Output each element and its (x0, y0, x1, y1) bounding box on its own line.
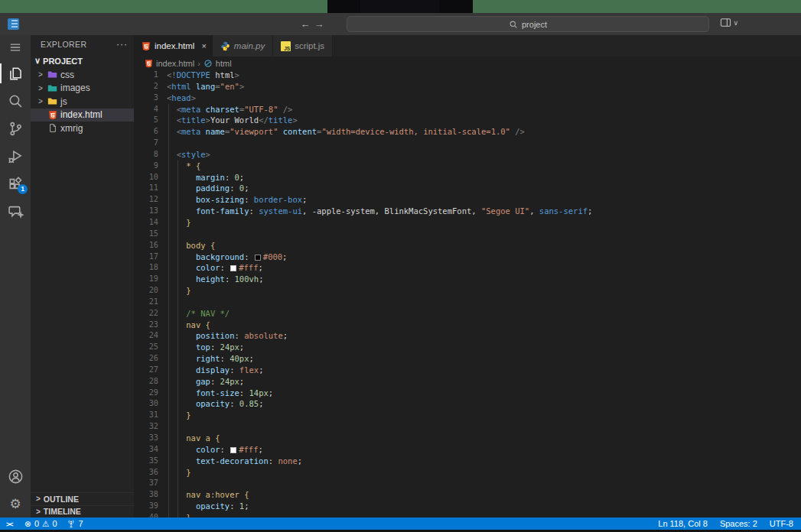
tree-root-project[interactable]: ∨ PROJECT (31, 54, 134, 68)
code-line[interactable]: 15 (134, 229, 801, 240)
explorer-button[interactable] (0, 60, 31, 87)
code-line[interactable]: 32 (134, 421, 801, 433)
encoding[interactable]: UTF-8 (770, 519, 793, 528)
extensions-badge: 1 (18, 184, 28, 194)
code-line[interactable]: 27 display: flex; (134, 365, 801, 376)
code-line[interactable]: 23 nav { (134, 320, 801, 331)
source-control-button[interactable] (0, 115, 31, 142)
code-line[interactable]: 26 right: 40px; (134, 353, 801, 365)
code-line[interactable]: 33 nav a { (134, 433, 801, 444)
code-line[interactable]: 22 /* NAV */ (134, 308, 801, 320)
extensions-button[interactable]: 1 (0, 170, 31, 197)
tree-item-images[interactable]: > images (31, 82, 134, 96)
code-line[interactable]: 10 margin: 0; (134, 172, 801, 183)
settings-button[interactable]: ⚙ (0, 490, 31, 517)
code-line[interactable]: 7 (134, 138, 801, 149)
code-text: margin: 0; (167, 172, 244, 183)
chat-button[interactable] (0, 197, 31, 225)
code-line[interactable]: 35 text-decoration: none; (134, 456, 801, 467)
code-text: position: absolute; (167, 330, 288, 342)
code-line[interactable]: 6 <meta name="viewport" content="width=d… (134, 126, 801, 138)
gear-icon: ⚙ (9, 498, 21, 511)
tab-main-py[interactable]: main.py (213, 35, 273, 57)
line-number: 9 (134, 161, 158, 172)
tab-label: script.js (295, 41, 324, 50)
outline-panel-header[interactable]: > OUTLINE (31, 492, 134, 505)
screen: { "colors": { "desktop_strip": "#46714e"… (0, 0, 801, 532)
menu-button[interactable] (0, 35, 31, 60)
code-line[interactable]: 13 font-family: system-ui, -apple-system… (134, 206, 801, 217)
code-line[interactable]: 20 } (134, 285, 801, 297)
breadcrumb-symbol[interactable]: html (216, 59, 232, 68)
cursor-position[interactable]: Ln 118, Col 8 (658, 519, 708, 528)
code-line[interactable]: 2<html lang="en"> (134, 81, 801, 92)
color-swatch[interactable] (230, 265, 236, 271)
code-line[interactable]: 4 <meta charset="UTF-8" /> (134, 104, 801, 115)
tree-item-css[interactable]: > css (31, 68, 134, 82)
code-line[interactable]: 3<head> (134, 92, 801, 104)
line-number: 13 (134, 206, 158, 217)
timeline-panel-header[interactable]: > TIMELINE (31, 505, 134, 518)
explorer-sidebar: EXPLORER ··· ∨ PROJECT > css > images > … (31, 35, 134, 517)
tab-script-js[interactable]: JS script.js (273, 35, 333, 57)
run-debug-button[interactable] (0, 142, 31, 170)
ports-button[interactable]: 7 (67, 519, 83, 528)
js-icon: JS (281, 41, 291, 51)
code-line[interactable]: 9 * { (134, 161, 801, 172)
remote-indicator[interactable]: >< (6, 520, 15, 528)
tree-item-xmrig[interactable]: xmrig (31, 122, 134, 135)
code-line[interactable]: 11 padding: 0; (134, 183, 801, 194)
code-editor[interactable]: 1<!DOCTYPE html>2<html lang="en">3<head>… (134, 70, 801, 517)
code-line[interactable]: 5 <title>Your World</title> (134, 115, 801, 126)
close-icon[interactable]: × (201, 41, 206, 50)
code-line[interactable]: 37 (134, 478, 801, 489)
code-line[interactable]: 19 height: 100vh; (134, 274, 801, 285)
code-line[interactable]: 25 top: 24px; (134, 342, 801, 353)
code-line[interactable]: 36 } (134, 467, 801, 478)
python-icon (220, 41, 230, 51)
color-swatch[interactable] (255, 255, 261, 261)
line-number: 1 (134, 70, 158, 81)
indentation[interactable]: Spaces: 2 (720, 519, 757, 528)
indent-guide (168, 104, 169, 518)
line-number: 5 (134, 115, 158, 126)
code-line[interactable]: 30 opacity: 0.85; (134, 398, 801, 410)
search-view-button[interactable] (0, 87, 31, 115)
activity-bar: 1 ⚙ (0, 35, 31, 517)
code-text: nav a:hover { (167, 489, 249, 501)
code-line[interactable]: 28 gap: 24px; (134, 376, 801, 388)
code-line[interactable]: 17 background: #000; (134, 251, 801, 263)
code-line[interactable]: 18 color: #fff; (134, 262, 801, 274)
code-line[interactable]: 38 nav a:hover { (134, 489, 801, 501)
breadcrumb-file[interactable]: index.html (156, 59, 194, 68)
chevron-down-icon: ∨ (733, 19, 738, 27)
code-line[interactable]: 8 <style> (134, 149, 801, 161)
code-line[interactable]: 40 } (134, 512, 801, 517)
line-number: 22 (134, 308, 158, 320)
code-line[interactable]: 16 body { (134, 240, 801, 251)
code-line[interactable]: 34 color: #fff; (134, 444, 801, 456)
more-actions-button[interactable]: ··· (116, 39, 128, 50)
tab-index-html[interactable]: index.html × (134, 35, 213, 57)
color-swatch[interactable] (230, 447, 236, 453)
code-line[interactable]: 21 (134, 297, 801, 308)
account-button[interactable] (0, 462, 31, 490)
problems-button[interactable]: ⊗ 0 ⚠ 0 (24, 519, 57, 528)
files-icon (8, 66, 24, 82)
forward-button[interactable]: → (312, 13, 326, 35)
code-line[interactable]: 12 box-sizing: border-box; (134, 194, 801, 206)
back-button[interactable]: ← (298, 13, 312, 35)
line-number: 16 (134, 240, 158, 251)
tree-item-index-html[interactable]: index.html (31, 109, 134, 122)
code-line[interactable]: 29 font-size: 14px; (134, 388, 801, 399)
code-line[interactable]: 14 } (134, 217, 801, 229)
line-number: 40 (134, 512, 158, 517)
command-center-search[interactable]: project (347, 16, 709, 32)
customize-layout-button[interactable]: ∨ (720, 17, 738, 28)
code-line[interactable]: 39 opacity: 1; (134, 501, 801, 512)
code-line[interactable]: 31 } (134, 410, 801, 421)
code-line[interactable]: 24 position: absolute; (134, 330, 801, 342)
code-line[interactable]: 1<!DOCTYPE html> (134, 70, 801, 81)
tree-item-js[interactable]: > js (31, 95, 134, 109)
code-text: <html lang="en"> (167, 81, 244, 92)
